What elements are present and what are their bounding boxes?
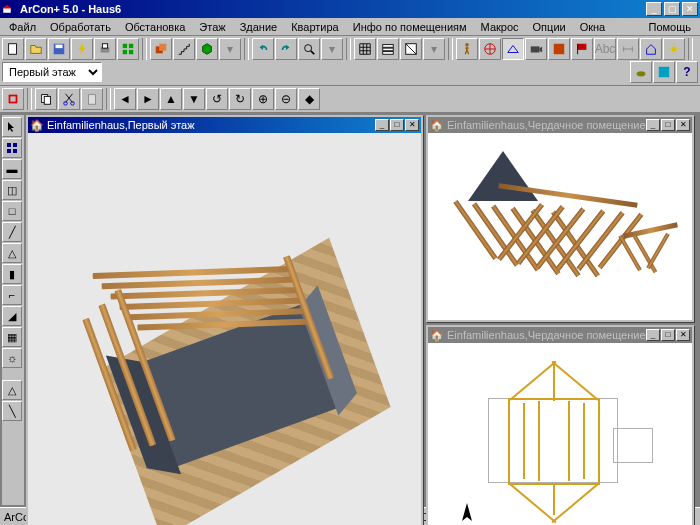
app-icon	[2, 2, 16, 16]
separator	[142, 38, 147, 60]
redo-button[interactable]	[275, 38, 297, 60]
svg-rect-43	[7, 149, 11, 153]
menu-macros[interactable]: Макрос	[474, 19, 526, 35]
layer-button[interactable]	[150, 38, 172, 60]
rotate-up-button[interactable]: ▲	[160, 88, 182, 110]
arrow-down-button[interactable]: ▾	[219, 38, 241, 60]
cut-button[interactable]	[58, 88, 80, 110]
zoom-in-button[interactable]: ⊕	[252, 88, 274, 110]
window-tool[interactable]	[2, 138, 22, 158]
walk-button[interactable]	[456, 38, 478, 60]
mdi-window-plan[interactable]: 🏠 Einfamilienhaus,Чердачное помещение _ …	[426, 325, 694, 525]
render-button[interactable]	[653, 61, 675, 83]
lightning-button[interactable]	[71, 38, 93, 60]
zoom-button[interactable]	[298, 38, 320, 60]
mdi-window-main[interactable]: 🏠 Einfamilienhaus,Первый этаж _ □ ✕	[26, 115, 423, 525]
mdi-close-button[interactable]: ✕	[676, 119, 690, 131]
undo-button[interactable]	[252, 38, 274, 60]
snap-button[interactable]	[2, 88, 24, 110]
mdi-close-button[interactable]: ✕	[676, 329, 690, 341]
compass-button[interactable]	[479, 38, 501, 60]
viewport-plan[interactable]	[428, 343, 692, 525]
grid-button[interactable]	[354, 38, 376, 60]
light-tool[interactable]: ☼	[2, 348, 22, 368]
rotate-ccw-button[interactable]: ↺	[206, 88, 228, 110]
rotate-cw-button[interactable]: ↻	[229, 88, 251, 110]
viewport-roof[interactable]	[428, 133, 692, 320]
help-button[interactable]: ?	[676, 61, 698, 83]
paste-button[interactable]	[81, 88, 103, 110]
new-button[interactable]	[2, 38, 24, 60]
diamond-button[interactable]: ◆	[298, 88, 320, 110]
menu-furnishing[interactable]: Обстановка	[118, 19, 192, 35]
rotate-left-button[interactable]: ◄	[114, 88, 136, 110]
separator	[448, 38, 453, 60]
viewport-3d[interactable]	[28, 133, 421, 525]
save-button[interactable]	[48, 38, 70, 60]
mdi-minimize-button[interactable]: _	[646, 119, 660, 131]
svg-rect-10	[129, 50, 133, 54]
svg-rect-8	[129, 44, 133, 48]
mdi-maximize-button[interactable]: □	[661, 119, 675, 131]
rotate-down-button[interactable]: ▼	[183, 88, 205, 110]
rotate-right-button[interactable]: ►	[137, 88, 159, 110]
mdi-titlebar[interactable]: 🏠 Einfamilienhaus,Чердачное помещение _ …	[428, 327, 692, 343]
light-button[interactable]	[548, 38, 570, 60]
mdi-minimize-button[interactable]: _	[375, 119, 389, 131]
door-tool[interactable]: ◫	[2, 180, 22, 200]
column-tool[interactable]: ▮	[2, 264, 22, 284]
print-button[interactable]	[94, 38, 116, 60]
menu-building[interactable]: Здание	[233, 19, 285, 35]
stairs-button[interactable]	[173, 38, 195, 60]
close-button[interactable]: ✕	[682, 2, 698, 16]
text-button[interactable]: Abc	[594, 38, 616, 60]
arrow-down-button[interactable]: ▾	[423, 38, 445, 60]
teapot-button[interactable]	[630, 61, 652, 83]
zoom-out-button[interactable]: ⊖	[275, 88, 297, 110]
line-tool[interactable]: ╲	[2, 401, 22, 421]
menu-edit[interactable]: Обработать	[43, 19, 118, 35]
cube-button[interactable]	[196, 38, 218, 60]
mdi-titlebar[interactable]: 🏠 Einfamilienhaus,Первый этаж _ □ ✕	[28, 117, 421, 133]
menu-file[interactable]: Файл	[2, 19, 43, 35]
mdi-maximize-button[interactable]: □	[390, 119, 404, 131]
mdi-maximize-button[interactable]: □	[661, 329, 675, 341]
texture-tool[interactable]: ▦	[2, 327, 22, 347]
svg-rect-16	[383, 48, 394, 51]
mdi-window-roof3d[interactable]: 🏠 Einfamilienhaus,Чердачное помещение _ …	[426, 115, 694, 322]
open-button[interactable]	[25, 38, 47, 60]
measure-tool[interactable]: ╱	[2, 222, 22, 242]
terrain-tool[interactable]: ◢	[2, 306, 22, 326]
camera-button[interactable]	[525, 38, 547, 60]
triangle-tool[interactable]: △	[2, 380, 22, 400]
menu-options[interactable]: Опции	[526, 19, 573, 35]
minimize-button[interactable]: _	[646, 2, 662, 16]
house-button[interactable]	[640, 38, 662, 60]
perspective-button[interactable]	[502, 38, 524, 60]
floor-selector[interactable]: Первый этаж	[2, 62, 102, 82]
dim-button[interactable]	[617, 38, 639, 60]
stair-tool[interactable]: ⌐	[2, 285, 22, 305]
roof-tool[interactable]: △	[2, 243, 22, 263]
mdi-titlebar[interactable]: 🏠 Einfamilienhaus,Чердачное помещение _ …	[428, 117, 692, 133]
wall-tool[interactable]: ▬	[2, 159, 22, 179]
menu-window[interactable]: Окна	[573, 19, 613, 35]
sun-button[interactable]	[663, 38, 685, 60]
menu-floor[interactable]: Этаж	[192, 19, 232, 35]
mdi-minimize-button[interactable]: _	[646, 329, 660, 341]
tile-button[interactable]	[117, 38, 139, 60]
mdi-area: 🏠 Einfamilienhaus,Первый этаж _ □ ✕	[24, 115, 698, 505]
cursor-tool[interactable]	[2, 117, 22, 137]
flag-button[interactable]	[571, 38, 593, 60]
arrow-down-button[interactable]: ▾	[321, 38, 343, 60]
menu-apartment[interactable]: Квартира	[284, 19, 346, 35]
copy-button[interactable]	[35, 88, 57, 110]
mdi-close-button[interactable]: ✕	[405, 119, 419, 131]
menu-help[interactable]: Помощь	[642, 19, 699, 35]
menu-rooms[interactable]: Инфо по помещениям	[346, 19, 474, 35]
layers-button[interactable]	[377, 38, 399, 60]
svg-rect-6	[102, 44, 107, 48]
shade-button[interactable]	[400, 38, 422, 60]
maximize-button[interactable]: ▢	[664, 2, 680, 16]
object-tool[interactable]: □	[2, 201, 22, 221]
